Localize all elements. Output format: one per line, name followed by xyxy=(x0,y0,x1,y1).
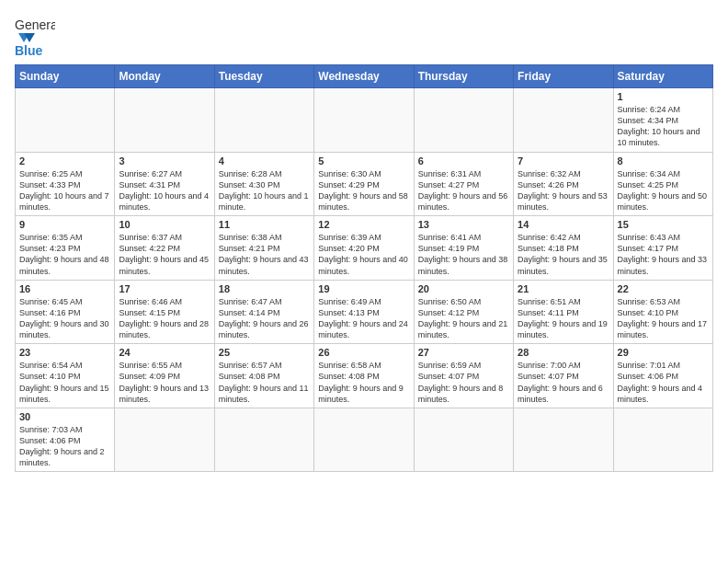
calendar-cell: 17Sunrise: 6:46 AM Sunset: 4:15 PM Dayli… xyxy=(115,280,214,344)
calendar-cell xyxy=(514,88,613,153)
day-info: Sunrise: 6:28 AM Sunset: 4:30 PM Dayligh… xyxy=(219,168,310,213)
weekday-header-friday: Friday xyxy=(514,65,613,88)
day-number: 13 xyxy=(418,219,509,230)
day-info: Sunrise: 6:46 AM Sunset: 4:15 PM Dayligh… xyxy=(119,296,210,341)
calendar-cell: 10Sunrise: 6:37 AM Sunset: 4:22 PM Dayli… xyxy=(115,216,214,281)
calendar-cell xyxy=(214,88,313,153)
day-info: Sunrise: 6:32 AM Sunset: 4:26 PM Dayligh… xyxy=(518,168,609,213)
day-number: 6 xyxy=(418,155,509,167)
day-number: 1 xyxy=(618,91,709,102)
calendar-cell xyxy=(514,408,613,472)
day-number: 18 xyxy=(219,283,310,294)
calendar-cell: 13Sunrise: 6:41 AM Sunset: 4:19 PM Dayli… xyxy=(414,216,513,281)
day-info: Sunrise: 6:37 AM Sunset: 4:22 PM Dayligh… xyxy=(119,232,210,277)
calendar-cell: 26Sunrise: 6:58 AM Sunset: 4:08 PM Dayli… xyxy=(314,344,414,408)
page: General Blue SundayMondayTuesdayWednesda… xyxy=(0,0,728,487)
calendar-cell xyxy=(414,88,513,153)
generalblue-logo-icon: General Blue xyxy=(15,15,55,55)
calendar-cell: 28Sunrise: 7:00 AM Sunset: 4:07 PM Dayli… xyxy=(514,344,613,408)
calendar-cell: 15Sunrise: 6:43 AM Sunset: 4:17 PM Dayli… xyxy=(613,216,712,281)
weekday-header-tuesday: Tuesday xyxy=(214,65,313,88)
calendar-cell: 16Sunrise: 6:45 AM Sunset: 4:16 PM Dayli… xyxy=(16,280,115,344)
weekday-header-thursday: Thursday xyxy=(414,65,513,88)
calendar-cell: 6Sunrise: 6:31 AM Sunset: 4:27 PM Daylig… xyxy=(414,152,513,216)
calendar-cell: 21Sunrise: 6:51 AM Sunset: 4:11 PM Dayli… xyxy=(514,280,613,344)
header: General Blue xyxy=(15,15,713,55)
day-number: 15 xyxy=(618,219,709,230)
day-info: Sunrise: 7:03 AM Sunset: 4:06 PM Dayligh… xyxy=(19,424,110,469)
day-number: 4 xyxy=(219,155,310,167)
calendar-cell: 12Sunrise: 6:39 AM Sunset: 4:20 PM Dayli… xyxy=(314,216,414,281)
calendar-cell: 5Sunrise: 6:30 AM Sunset: 4:29 PM Daylig… xyxy=(314,152,414,216)
day-info: Sunrise: 7:01 AM Sunset: 4:06 PM Dayligh… xyxy=(618,360,709,405)
day-number: 23 xyxy=(19,347,110,358)
day-number: 22 xyxy=(618,283,709,294)
calendar-cell: 11Sunrise: 6:38 AM Sunset: 4:21 PM Dayli… xyxy=(214,216,313,281)
week-row-4: 23Sunrise: 6:54 AM Sunset: 4:10 PM Dayli… xyxy=(16,344,713,408)
week-row-0: 1Sunrise: 6:24 AM Sunset: 4:34 PM Daylig… xyxy=(16,88,713,153)
weekday-header-wednesday: Wednesday xyxy=(314,65,414,88)
day-info: Sunrise: 6:58 AM Sunset: 4:08 PM Dayligh… xyxy=(318,360,409,405)
calendar-cell: 19Sunrise: 6:49 AM Sunset: 4:13 PM Dayli… xyxy=(314,280,414,344)
day-number: 10 xyxy=(119,219,210,230)
svg-text:General: General xyxy=(15,17,55,32)
day-info: Sunrise: 6:39 AM Sunset: 4:20 PM Dayligh… xyxy=(318,232,409,277)
calendar-cell xyxy=(16,88,115,153)
day-info: Sunrise: 6:50 AM Sunset: 4:12 PM Dayligh… xyxy=(418,296,509,341)
day-number: 12 xyxy=(318,219,409,230)
calendar-cell: 2Sunrise: 6:25 AM Sunset: 4:33 PM Daylig… xyxy=(16,152,115,216)
day-info: Sunrise: 6:41 AM Sunset: 4:19 PM Dayligh… xyxy=(418,232,509,277)
day-number: 26 xyxy=(318,347,409,358)
day-info: Sunrise: 6:25 AM Sunset: 4:33 PM Dayligh… xyxy=(19,168,110,213)
day-number: 16 xyxy=(19,283,110,294)
day-number: 28 xyxy=(518,347,609,358)
calendar-cell xyxy=(314,408,414,472)
calendar-cell: 14Sunrise: 6:42 AM Sunset: 4:18 PM Dayli… xyxy=(514,216,613,281)
day-info: Sunrise: 6:38 AM Sunset: 4:21 PM Dayligh… xyxy=(219,232,310,277)
day-info: Sunrise: 6:59 AM Sunset: 4:07 PM Dayligh… xyxy=(418,360,509,405)
calendar-cell xyxy=(115,88,214,153)
day-info: Sunrise: 6:30 AM Sunset: 4:29 PM Dayligh… xyxy=(318,168,409,213)
calendar-cell: 9Sunrise: 6:35 AM Sunset: 4:23 PM Daylig… xyxy=(16,216,115,281)
calendar-cell: 18Sunrise: 6:47 AM Sunset: 4:14 PM Dayli… xyxy=(214,280,313,344)
day-info: Sunrise: 6:24 AM Sunset: 4:34 PM Dayligh… xyxy=(618,104,709,149)
calendar-cell: 29Sunrise: 7:01 AM Sunset: 4:06 PM Dayli… xyxy=(613,344,712,408)
week-row-5: 30Sunrise: 7:03 AM Sunset: 4:06 PM Dayli… xyxy=(16,408,713,472)
day-info: Sunrise: 6:45 AM Sunset: 4:16 PM Dayligh… xyxy=(19,296,110,341)
week-row-1: 2Sunrise: 6:25 AM Sunset: 4:33 PM Daylig… xyxy=(16,152,713,216)
day-info: Sunrise: 6:47 AM Sunset: 4:14 PM Dayligh… xyxy=(219,296,310,341)
day-info: Sunrise: 6:53 AM Sunset: 4:10 PM Dayligh… xyxy=(618,296,709,341)
day-number: 19 xyxy=(318,283,409,294)
calendar-cell: 22Sunrise: 6:53 AM Sunset: 4:10 PM Dayli… xyxy=(613,280,712,344)
day-info: Sunrise: 6:55 AM Sunset: 4:09 PM Dayligh… xyxy=(119,360,210,405)
calendar-cell xyxy=(613,408,712,472)
week-row-3: 16Sunrise: 6:45 AM Sunset: 4:16 PM Dayli… xyxy=(16,280,713,344)
day-info: Sunrise: 6:27 AM Sunset: 4:31 PM Dayligh… xyxy=(119,168,210,213)
day-number: 21 xyxy=(518,283,609,294)
day-info: Sunrise: 6:42 AM Sunset: 4:18 PM Dayligh… xyxy=(518,232,609,277)
day-number: 20 xyxy=(418,283,509,294)
day-number: 9 xyxy=(19,219,110,230)
weekday-header-monday: Monday xyxy=(115,65,214,88)
logo: General Blue xyxy=(15,15,55,55)
day-number: 17 xyxy=(119,283,210,294)
day-info: Sunrise: 7:00 AM Sunset: 4:07 PM Dayligh… xyxy=(518,360,609,405)
day-number: 8 xyxy=(618,155,709,167)
calendar-cell: 20Sunrise: 6:50 AM Sunset: 4:12 PM Dayli… xyxy=(414,280,513,344)
calendar-cell xyxy=(314,88,414,153)
day-info: Sunrise: 6:54 AM Sunset: 4:10 PM Dayligh… xyxy=(19,360,110,405)
day-info: Sunrise: 6:51 AM Sunset: 4:11 PM Dayligh… xyxy=(518,296,609,341)
day-number: 30 xyxy=(19,411,110,422)
day-number: 3 xyxy=(119,155,210,167)
day-info: Sunrise: 6:35 AM Sunset: 4:23 PM Dayligh… xyxy=(19,232,110,277)
calendar-cell: 4Sunrise: 6:28 AM Sunset: 4:30 PM Daylig… xyxy=(214,152,313,216)
calendar-cell: 30Sunrise: 7:03 AM Sunset: 4:06 PM Dayli… xyxy=(16,408,115,472)
calendar-cell xyxy=(115,408,214,472)
calendar-cell: 8Sunrise: 6:34 AM Sunset: 4:25 PM Daylig… xyxy=(613,152,712,216)
calendar: SundayMondayTuesdayWednesdayThursdayFrid… xyxy=(15,64,713,472)
svg-text:Blue: Blue xyxy=(15,43,43,55)
day-number: 27 xyxy=(418,347,509,358)
calendar-cell xyxy=(414,408,513,472)
calendar-cell: 3Sunrise: 6:27 AM Sunset: 4:31 PM Daylig… xyxy=(115,152,214,216)
calendar-cell: 7Sunrise: 6:32 AM Sunset: 4:26 PM Daylig… xyxy=(514,152,613,216)
